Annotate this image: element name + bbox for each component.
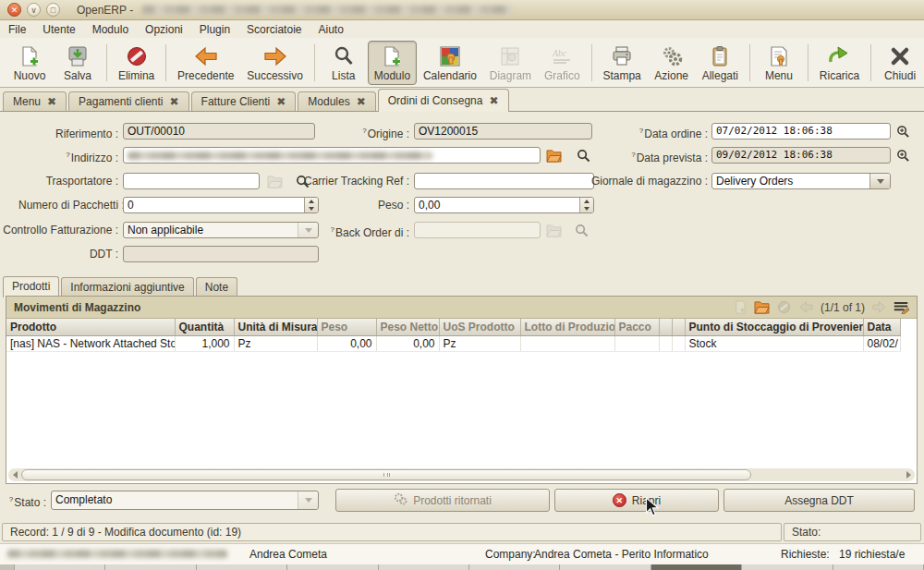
search-partner-icon[interactable] xyxy=(575,148,591,163)
column-header[interactable]: Data xyxy=(863,319,900,336)
riferimento-label: Riferimento : xyxy=(18,123,118,139)
toolbar-label: Nuovo xyxy=(14,69,46,82)
table-header-row: Prodotto Quantità Unità di Misura Peso P… xyxy=(6,319,900,336)
menu-utente[interactable]: Utente xyxy=(34,21,83,38)
scroll-right-icon[interactable] xyxy=(902,471,915,479)
menu-aiuto[interactable]: Aiuto xyxy=(310,21,351,38)
tab-close-icon[interactable]: ✖ xyxy=(489,95,498,106)
taskbar-item[interactable] xyxy=(0,564,15,570)
menu-plugin[interactable]: Plugin xyxy=(191,21,238,38)
taskbar-item[interactable] xyxy=(833,564,924,570)
open-record-icon[interactable] xyxy=(754,300,771,315)
zoom-date-icon[interactable] xyxy=(894,124,911,139)
toolbar-button-menu[interactable]: Menu xyxy=(755,41,803,85)
column-header[interactable]: UoS Prodotto xyxy=(439,319,520,336)
data-prevista-label: ?Data prevista : xyxy=(591,147,708,164)
column-header[interactable]: Peso xyxy=(317,319,376,336)
data-ordine-label: ?Data ordine : xyxy=(591,123,708,139)
toolbar: Nuovo Salva Elimina Precedente Suc xyxy=(0,38,924,88)
chevron-down-icon[interactable] xyxy=(869,174,890,188)
window-close-icon[interactable]: ✕ xyxy=(7,3,21,17)
prodotti-ritornati-button[interactable]: Prodotti ritornati xyxy=(335,489,550,512)
column-header[interactable]: Pacco xyxy=(614,319,659,336)
taskbar-item[interactable] xyxy=(287,564,378,570)
column-header[interactable] xyxy=(672,319,685,336)
toolbar-button-precedente[interactable]: Precedente xyxy=(171,41,240,85)
tab-ordini-di-consegna[interactable]: Ordini di Consegna ✖ xyxy=(378,89,509,112)
tab-modules[interactable]: Modules ✖ xyxy=(298,91,375,111)
toolbar-button-allegati[interactable]: Allegati xyxy=(696,41,745,85)
menu-modulo[interactable]: Modulo xyxy=(84,21,137,38)
menu-scorciatoie[interactable]: Scorciatoie xyxy=(238,21,310,38)
toolbar-button-successivo[interactable]: Successivo xyxy=(240,41,309,85)
menu-file[interactable]: File xyxy=(0,21,34,38)
gears-icon xyxy=(661,43,683,67)
toolbar-button-ricarica[interactable]: Ricarica xyxy=(813,41,866,85)
data-ordine-field[interactable]: 07/02/2012 18:06:38 xyxy=(711,123,891,139)
spinner-arrows-icon[interactable] xyxy=(579,198,593,212)
column-header[interactable]: Peso Netto xyxy=(376,319,439,336)
tab-close-icon[interactable]: ✖ xyxy=(357,96,366,107)
tab-close-icon[interactable]: ✖ xyxy=(169,96,178,107)
scroll-left-icon[interactable] xyxy=(8,471,21,479)
tab-close-icon[interactable]: ✖ xyxy=(47,96,56,107)
assegna-ddt-button[interactable]: Assegna DDT xyxy=(723,489,915,512)
window-minimize-icon[interactable]: ∨ xyxy=(27,3,41,17)
taskbar-item[interactable] xyxy=(197,564,287,570)
taskbar-item-active[interactable] xyxy=(651,564,742,570)
reload-icon xyxy=(827,43,851,67)
column-header[interactable]: Unità di Misura xyxy=(234,319,317,336)
toolbar-button-lista[interactable]: Lista xyxy=(320,41,368,85)
taskbar-item[interactable] xyxy=(15,564,105,570)
button-label: Prodotti ritornati xyxy=(413,494,492,507)
column-header[interactable]: Lotto di Produzione xyxy=(520,319,614,336)
taskbar-item[interactable] xyxy=(469,564,560,570)
toolbar-button-azione[interactable]: Azione xyxy=(648,41,696,85)
tab-label: Fatture Clienti xyxy=(201,95,271,108)
trasportatore-field[interactable] xyxy=(123,173,260,189)
riapri-button[interactable]: ✕ Riapri xyxy=(554,489,719,512)
taskbar-item[interactable] xyxy=(742,564,833,570)
toolbar-button-chiudi[interactable]: Chiudi xyxy=(876,41,924,85)
column-header[interactable]: Prodotto xyxy=(6,319,175,336)
toolbar-button-elimina[interactable]: Elimina xyxy=(112,41,161,85)
requests-count[interactable]: 19 richiesta/e xyxy=(839,548,905,561)
tab-fatture-clienti[interactable]: Fatture Clienti ✖ xyxy=(191,91,297,111)
numero-pacchetti-stepper[interactable]: 0 xyxy=(123,197,319,213)
tab-pagamenti-clienti[interactable]: Pagamenti clienti ✖ xyxy=(68,91,188,111)
table-row[interactable]: [nas] NAS - Network Attached Storage 1,0… xyxy=(6,336,900,352)
column-header[interactable] xyxy=(659,319,672,336)
indirizzo-field[interactable] xyxy=(123,147,541,164)
scrollbar-thumb[interactable] xyxy=(21,469,751,480)
tab-prodotti[interactable]: Prodotti xyxy=(3,276,59,297)
toolbar-button-salva[interactable]: Salva xyxy=(54,41,102,85)
window-maximize-icon[interactable]: □ xyxy=(46,3,60,17)
tab-menu[interactable]: Menu ✖ xyxy=(3,91,67,111)
notebook-tabs: Prodotti Informazioni aggiuntive Note xyxy=(3,277,239,297)
open-partner-icon[interactable] xyxy=(545,148,562,163)
menu-opzioni[interactable]: Opzioni xyxy=(137,21,191,38)
toolbar-button-calendario[interactable]: Calendario xyxy=(417,41,483,85)
zoom-date-icon[interactable] xyxy=(894,148,911,163)
tab-informazioni-aggiuntive[interactable]: Informazioni aggiuntive xyxy=(61,277,193,297)
record-status: Record: 1 / 9 di 9 - Modifica documento … xyxy=(2,523,782,541)
taskbar-item[interactable] xyxy=(379,564,469,570)
switch-view-icon[interactable] xyxy=(893,300,909,315)
toolbar-button-nuovo[interactable]: Nuovo xyxy=(6,41,54,85)
taskbar xyxy=(0,564,924,570)
toolbar-button-stampa[interactable]: Stampa xyxy=(597,41,648,85)
horizontal-scrollbar[interactable] xyxy=(8,468,915,481)
peso-stepper[interactable]: 0,00 xyxy=(414,197,594,213)
taskbar-item[interactable] xyxy=(105,564,196,570)
toolbar-label: Successivo xyxy=(247,69,303,82)
tab-note[interactable]: Note xyxy=(196,277,237,297)
column-header[interactable]: Punto di Stoccaggio di Provenienza xyxy=(685,319,863,336)
new-record-icon xyxy=(732,300,748,315)
taskbar-item[interactable] xyxy=(560,564,650,570)
carrier-tracking-ref-field[interactable] xyxy=(414,173,594,189)
giornale-combobox[interactable]: Delivery Orders xyxy=(711,173,891,189)
tab-close-icon[interactable]: ✖ xyxy=(276,96,286,107)
open-backorder-icon xyxy=(545,223,562,237)
column-header[interactable]: Quantità xyxy=(175,319,234,336)
toolbar-button-modulo[interactable]: Modulo xyxy=(368,41,417,85)
